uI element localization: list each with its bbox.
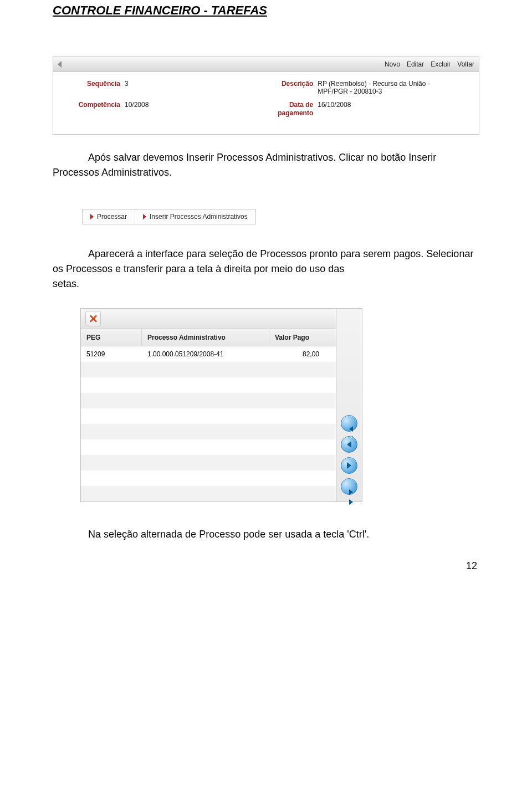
right-icon [347,462,351,469]
table-row[interactable] [81,362,336,377]
transfer-buttons [336,308,362,502]
table-header: PEG Processo Administrativo Valor Pago [81,329,336,346]
paragraph-1: Após salvar devemos Inserir Processos Ad… [53,150,479,180]
descricao-value: RP (Reembolso) - Recurso da União - MPF/… [318,80,434,95]
form-toolbar: Novo Editar Excluir Voltar [53,57,479,72]
setas-line: setas. [53,277,479,291]
data-pagamento-value: 16/10/2008 [318,101,351,109]
table-row[interactable] [81,393,336,408]
move-right-button[interactable] [341,457,357,474]
form-screenshot: Novo Editar Excluir Voltar Sequência 3 D… [53,57,479,135]
close-icon [89,315,97,323]
novo-link[interactable]: Novo [385,60,400,68]
action-links: Novo Editar Excluir Voltar [385,60,474,68]
col-peg[interactable]: PEG [81,329,142,346]
table-row[interactable] [81,377,336,393]
competencia-value: 10/2008 [125,101,149,109]
col-processo[interactable]: Processo Administrativo [142,329,269,346]
table-row[interactable]: 512091.00.000.051209/2008-4182,00 [81,346,336,362]
back-icon[interactable] [58,61,62,68]
paragraph-3: Na seleção alternada de Processo pode se… [53,529,479,540]
play-icon [143,214,146,219]
inserir-label: Inserir Processos Administrativos [150,213,248,221]
cell-peg: 51209 [81,350,142,358]
inserir-processos-button[interactable]: Inserir Processos Administrativos [135,209,255,224]
sequencia-label: Sequência [62,80,120,88]
transfer-list-screenshot: PEG Processo Administrativo Valor Pago 5… [80,308,479,502]
move-all-right-button[interactable] [341,478,357,495]
editar-link[interactable]: Editar [407,60,424,68]
sequencia-value: 3 [125,80,129,88]
processar-label: Processar [97,213,127,221]
col-valor-pago[interactable]: Valor Pago [269,329,336,346]
data-pagamento-label: Data de pagamento [258,101,313,117]
paragraph-2-block: Aparecerá a interface para seleção de Pr… [53,247,479,291]
table-row[interactable] [81,424,336,439]
cell-valor: 82,00 [269,350,336,358]
descricao-label: Descrição [258,80,313,88]
play-icon [90,214,94,219]
actionbar-screenshot: Processar Inserir Processos Administrati… [82,209,256,224]
delete-button[interactable] [85,311,101,326]
voltar-link[interactable]: Voltar [457,60,474,68]
excluir-link[interactable]: Excluir [431,60,451,68]
competencia-label: Competência [62,101,120,109]
table-row[interactable] [81,408,336,424]
page-number: 12 [53,560,479,572]
move-all-left-button[interactable] [341,415,357,432]
list-toolbar [81,309,336,329]
move-left-button[interactable] [341,436,357,453]
cell-processo: 1.00.000.051209/2008-41 [142,350,269,358]
page-title: CONTROLE FINANCEIRO - TAREFAS [53,3,479,18]
table-row[interactable] [81,470,336,486]
table-row[interactable] [81,439,336,455]
left-icon [347,441,351,448]
table-body: 512091.00.000.051209/2008-4182,00 [81,346,336,502]
available-table: PEG Processo Administrativo Valor Pago 5… [80,308,336,502]
paragraph-2: Aparecerá a interface para seleção de Pr… [53,247,479,277]
processar-button[interactable]: Processar [83,209,135,224]
table-row[interactable] [81,486,336,502]
table-row[interactable] [81,455,336,470]
